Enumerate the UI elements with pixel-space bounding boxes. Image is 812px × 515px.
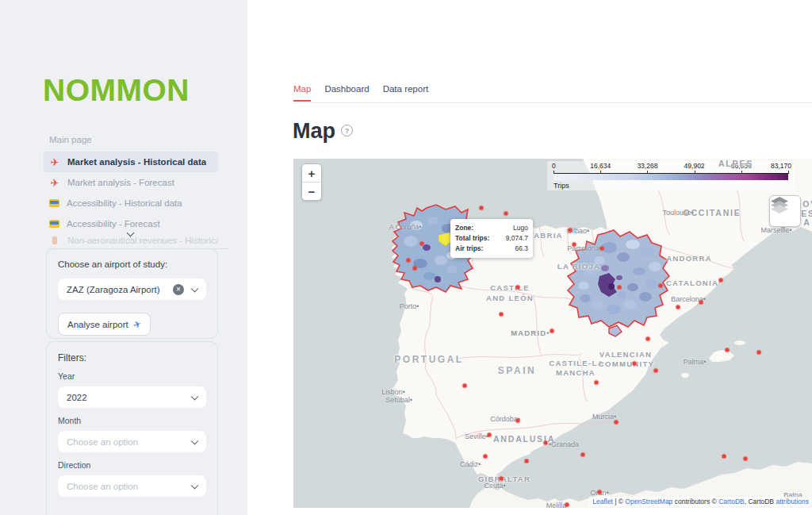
airport-dot[interactable] bbox=[615, 421, 619, 425]
airport-panel: Choose an airport of study: ZAZ (Zaragoz… bbox=[46, 248, 218, 339]
airport-dot[interactable] bbox=[413, 267, 417, 271]
airport-dot[interactable] bbox=[600, 247, 604, 251]
select-value: 2022 bbox=[67, 393, 87, 402]
airport-dot[interactable] bbox=[463, 384, 467, 388]
airport-dot[interactable] bbox=[581, 453, 585, 457]
map-city-label-seville: Seville• bbox=[465, 432, 488, 440]
layers-control[interactable] bbox=[769, 195, 801, 227]
airport-dot[interactable] bbox=[722, 455, 726, 459]
map-city-label-madrid: MADRID• bbox=[511, 329, 550, 337]
filter-label-month: Month bbox=[58, 416, 206, 425]
layers-icon bbox=[770, 196, 789, 213]
attribution-link[interactable]: Leaflet bbox=[592, 498, 613, 505]
filter-select-year[interactable]: 2022 bbox=[58, 386, 206, 408]
map-attribution: Leaflet | © OpenStreetMap contributors ©… bbox=[589, 497, 812, 506]
zoom-out-button[interactable]: − bbox=[302, 182, 321, 200]
airport-dot[interactable] bbox=[757, 351, 761, 355]
map-city-label-a-coru-a: A Coruña• bbox=[389, 223, 422, 231]
help-icon[interactable]: ? bbox=[341, 125, 353, 136]
page-title-row: Map ? bbox=[293, 119, 353, 144]
map-city-label-granada: •Granada bbox=[549, 440, 579, 448]
map-city-label-lisbon: Lisbon• bbox=[381, 388, 405, 396]
attribution-text: , CartoDB bbox=[745, 498, 776, 505]
attribution-link[interactable]: attributions bbox=[776, 498, 809, 505]
airport-dot[interactable] bbox=[488, 433, 492, 437]
airport-dot[interactable] bbox=[480, 206, 484, 210]
map-region-label-castile-la: CASTILE-LA bbox=[549, 359, 603, 367]
airport-dot[interactable] bbox=[618, 286, 622, 290]
airport-dot[interactable] bbox=[595, 381, 599, 385]
airport-dot[interactable] bbox=[420, 242, 424, 246]
filter-select-month[interactable]: Choose an option bbox=[58, 431, 206, 452]
airport-dot[interactable] bbox=[484, 455, 488, 459]
map-tooltip: Zone: Lugo Total trips: 9,074.7 Air trip… bbox=[450, 219, 533, 258]
map-city-label-murcia: Murcia• bbox=[592, 413, 616, 421]
airport-dot[interactable] bbox=[516, 286, 520, 290]
analyse-airport-button[interactable]: Analyse airport ✈ bbox=[58, 313, 151, 336]
tooltip-total-label: Total trips: bbox=[455, 233, 489, 244]
sidebar-item-accessibility-historical-data[interactable]: Accessibility - Historical data bbox=[44, 193, 218, 213]
airport-dot[interactable] bbox=[565, 503, 569, 507]
sidebar: NOMMON Main page ✈Market analysis - Hist… bbox=[0, 0, 248, 515]
shop-icon bbox=[52, 236, 57, 244]
airport-dot[interactable] bbox=[654, 369, 658, 373]
airport-dot[interactable] bbox=[676, 306, 680, 309]
map-region-label-a: A bbox=[803, 217, 810, 227]
tab-data-report[interactable]: Data report bbox=[383, 84, 429, 102]
airport-dot[interactable] bbox=[516, 419, 520, 423]
map-city-label-marseille: Marseille• bbox=[760, 226, 791, 234]
airport-dot[interactable] bbox=[504, 212, 508, 216]
tab-map[interactable]: Map bbox=[293, 84, 311, 102]
airport-dot[interactable] bbox=[646, 337, 650, 341]
airport-dot[interactable] bbox=[500, 477, 504, 481]
sidebar-menu: ✈Market analysis - Historical data✈Marke… bbox=[44, 152, 218, 249]
attribution-link[interactable]: CartoDB bbox=[718, 498, 745, 505]
airport-dot[interactable] bbox=[550, 329, 554, 333]
clear-icon[interactable]: × bbox=[173, 284, 184, 295]
chevron-down-icon bbox=[191, 392, 199, 400]
chevron-down-icon bbox=[191, 436, 199, 444]
airport-dot[interactable] bbox=[744, 457, 748, 461]
tooltip-air-value: 66.3 bbox=[515, 244, 528, 254]
tooltip-total-value: 9,074.7 bbox=[506, 233, 528, 244]
filter-label-year: Year bbox=[58, 371, 206, 381]
airport-dot[interactable] bbox=[525, 459, 529, 463]
airport-dot[interactable] bbox=[544, 441, 548, 445]
filter-select-direction[interactable]: Choose an option bbox=[58, 475, 206, 497]
map-region-label-mancha: MANCHA bbox=[556, 368, 596, 377]
map-city-label-set-bal: Setúbal• bbox=[385, 396, 412, 404]
attribution-link[interactable]: OpenStreetMap bbox=[625, 498, 672, 505]
plane-icon: ✈ bbox=[49, 156, 60, 168]
airport-panel-label: Choose an airport of study: bbox=[58, 259, 206, 269]
map-labels-layer: ALPESOCCITANIEPROVIESACANTABRIALA RIOJAA… bbox=[293, 159, 812, 508]
map-region-label-la-rioja: LA RIOJA bbox=[557, 262, 600, 271]
airport-dot[interactable] bbox=[659, 284, 663, 288]
tooltip-air-label: Air trips: bbox=[455, 244, 483, 254]
zoom-in-button[interactable]: + bbox=[302, 164, 321, 182]
sidebar-item-market-analysis-forecast[interactable]: ✈Market analysis - Forecast bbox=[44, 172, 218, 193]
map-region-label-community: COMMUNITY bbox=[599, 359, 654, 368]
sidebar-item-label: Market analysis - Historical data bbox=[67, 157, 206, 167]
map-container[interactable]: ALPESOCCITANIEPROVIESACANTABRIALA RIOJAA… bbox=[293, 159, 812, 508]
airport-dot[interactable] bbox=[699, 301, 703, 305]
airport-dot[interactable] bbox=[719, 279, 723, 282]
airport-dot[interactable] bbox=[573, 243, 576, 247]
tab-bar: MapDashboardData report bbox=[293, 84, 428, 102]
map-region-label-portugal: PORTUGAL bbox=[394, 354, 463, 365]
sidebar-item-market-analysis-historical-data[interactable]: ✈Market analysis - Historical data bbox=[44, 152, 218, 172]
airport-dot[interactable] bbox=[500, 313, 504, 317]
tab-dashboard[interactable]: Dashboard bbox=[324, 84, 369, 102]
airport-dot[interactable] bbox=[598, 490, 602, 494]
map-region-label-andorra: ANDORRA bbox=[666, 254, 712, 263]
airport-select[interactable]: ZAZ (Zaragoza Airport) × bbox=[58, 279, 206, 300]
map-region-label-and-le-n: AND LEÓN bbox=[486, 294, 534, 302]
map-city-label-porto: Porto• bbox=[400, 302, 419, 310]
sidebar-item-label: Accessibility - Historical data bbox=[67, 198, 182, 208]
airport-dot[interactable] bbox=[726, 348, 730, 352]
tab-bar-divider bbox=[293, 102, 812, 103]
airport-dot[interactable] bbox=[407, 259, 411, 263]
sidebar-section-label: Main page bbox=[49, 135, 92, 144]
airport-dot[interactable] bbox=[633, 362, 637, 366]
airport-dot[interactable] bbox=[569, 229, 573, 233]
tooltip-row: Zone: Lugo bbox=[455, 223, 528, 233]
